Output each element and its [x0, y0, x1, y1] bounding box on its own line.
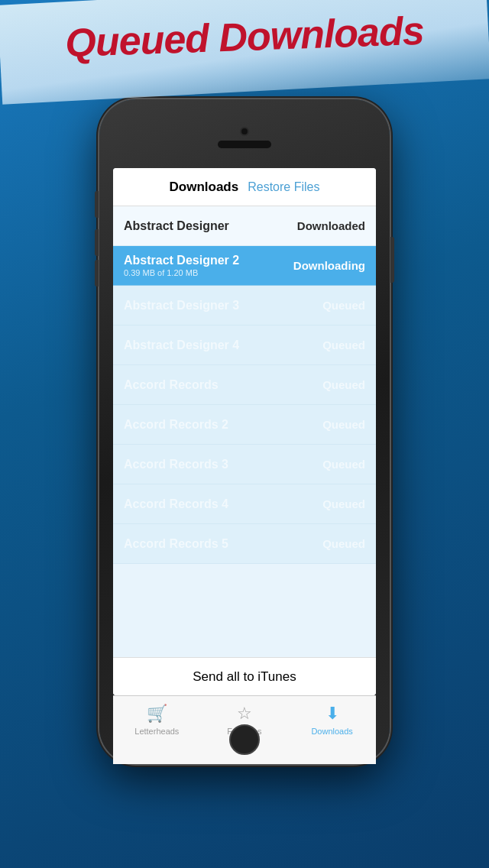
row-name: Accord Records	[124, 378, 219, 392]
tab-icon-letterheads: 🛒	[147, 704, 167, 724]
tab-icon-favorites: ☆	[237, 704, 252, 724]
row-name: Abstract Designer 4	[124, 338, 239, 352]
screen-title: Downloads	[170, 180, 239, 195]
restore-files-button[interactable]: Restore Files	[248, 180, 319, 194]
send-all-label: Send all to iTunes	[193, 669, 296, 685]
row-status: Queued	[322, 537, 365, 550]
list-item[interactable]: Accord Records 4Queued	[113, 484, 376, 524]
row-name: Accord Records 4	[124, 497, 228, 511]
row-status: Queued	[322, 418, 365, 431]
row-status: Downloaded	[297, 219, 365, 232]
phone-top	[99, 99, 390, 176]
row-name: Accord Records 2	[124, 418, 228, 432]
list-item[interactable]: Abstract Designer 20.39 MB of 1.20 MBDow…	[113, 246, 376, 286]
tab-downloads[interactable]: ⬇Downloads	[298, 704, 367, 736]
row-name: Abstract Designer 2	[124, 254, 239, 267]
row-name: Abstract Designer	[124, 219, 229, 233]
speaker	[218, 141, 271, 148]
tab-label-downloads: Downloads	[311, 727, 352, 736]
download-list: Abstract DesignerDownloadedAbstract Desi…	[113, 206, 376, 657]
list-item[interactable]: Accord Records 2Queued	[113, 405, 376, 445]
list-item[interactable]: Abstract Designer 4Queued	[113, 326, 376, 365]
row-status: Queued	[322, 378, 365, 391]
tab-icon-downloads: ⬇	[325, 704, 339, 724]
tab-letterheads[interactable]: 🛒Letterheads	[122, 704, 191, 736]
row-status: Queued	[322, 299, 365, 312]
send-all-button[interactable]: Send all to iTunes	[113, 657, 376, 695]
row-status: Queued	[322, 338, 365, 351]
list-item[interactable]: Abstract DesignerDownloaded	[113, 206, 376, 246]
row-name: Abstract Designer 3	[124, 299, 239, 313]
list-item[interactable]: Accord Records 5Queued	[113, 524, 376, 564]
screen-header: Downloads Restore Files	[113, 168, 376, 206]
row-name: Accord Records 3	[124, 458, 228, 471]
screen: Downloads Restore Files Abstract Designe…	[113, 168, 376, 695]
row-name: Accord Records 5	[124, 537, 228, 551]
phone-frame: Downloads Restore Files Abstract Designe…	[99, 99, 390, 764]
list-item[interactable]: Abstract Designer 3Queued	[113, 286, 376, 326]
list-item[interactable]: Accord Records 3Queued	[113, 445, 376, 484]
tab-label-letterheads: Letterheads	[134, 727, 179, 736]
home-button[interactable]	[229, 724, 260, 755]
row-status: Queued	[322, 497, 365, 510]
list-item[interactable]: Accord RecordsQueued	[113, 365, 376, 405]
row-status: Downloading	[293, 259, 365, 272]
row-sub: 0.39 MB of 1.20 MB	[124, 268, 239, 277]
camera-icon	[240, 127, 249, 136]
row-status: Queued	[322, 458, 365, 471]
